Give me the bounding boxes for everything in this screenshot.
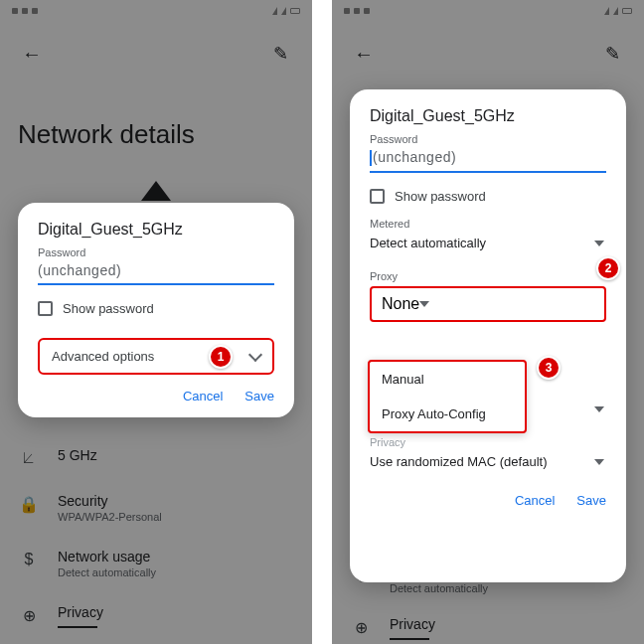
screenshot-right: $ Network usage Detect automatically ⊕ P… xyxy=(332,0,644,644)
password-label: Password xyxy=(370,133,606,145)
metered-dropdown[interactable]: Detect automatically xyxy=(370,230,606,256)
step-badge-3: 3 xyxy=(537,356,561,380)
password-input[interactable]: (unchanged) xyxy=(38,258,274,285)
show-password-label: Show password xyxy=(63,301,154,316)
show-password-label: Show password xyxy=(395,189,486,204)
chevron-down-icon xyxy=(248,347,262,361)
show-password-row[interactable]: Show password xyxy=(38,301,274,316)
password-input[interactable]: (unchanged) xyxy=(370,145,606,173)
step-badge-2: 2 xyxy=(596,256,620,280)
checkbox-icon[interactable] xyxy=(38,301,53,316)
show-password-row[interactable]: Show password xyxy=(370,189,606,204)
proxy-value: None xyxy=(382,295,419,313)
save-button[interactable]: Save xyxy=(244,389,274,403)
proxy-label: Proxy xyxy=(370,270,606,282)
password-label: Password xyxy=(38,246,274,258)
screenshot-left: Network details ⟀ 5 GHz 🔒 Security WPA/W… xyxy=(0,0,312,644)
metered-value: Detect automatically xyxy=(370,236,594,250)
network-dialog-expanded: Digital_Guest_5GHz Password (unchanged) … xyxy=(350,89,626,582)
network-dialog: Digital_Guest_5GHz Password (unchanged) … xyxy=(18,203,294,417)
save-button[interactable]: Save xyxy=(576,493,606,508)
privacy-value: Use randomized MAC (default) xyxy=(370,454,594,469)
metered-label: Metered xyxy=(370,218,606,230)
advanced-options-row[interactable]: Advanced options 1 xyxy=(38,338,274,375)
proxy-option-manual[interactable]: Manual xyxy=(370,362,525,397)
cancel-button[interactable]: Cancel xyxy=(515,493,555,508)
ssid-title: Digital_Guest_5GHz xyxy=(38,221,274,239)
ssid-title: Digital_Guest_5GHz xyxy=(370,107,606,125)
proxy-option-pac[interactable]: Proxy Auto-Config xyxy=(370,397,525,431)
chevron-down-icon xyxy=(419,301,429,307)
privacy-label: Privacy xyxy=(370,436,606,448)
checkbox-icon[interactable] xyxy=(370,189,385,204)
cancel-button[interactable]: Cancel xyxy=(183,389,223,403)
proxy-menu: Manual Proxy Auto-Config xyxy=(368,360,527,433)
chevron-down-icon xyxy=(594,406,604,412)
proxy-dropdown[interactable]: None xyxy=(370,286,606,322)
chevron-down-icon xyxy=(594,459,604,465)
step-badge-1: 1 xyxy=(209,345,233,369)
privacy-dropdown[interactable]: Use randomized MAC (default) xyxy=(370,448,606,475)
chevron-down-icon xyxy=(594,241,604,246)
